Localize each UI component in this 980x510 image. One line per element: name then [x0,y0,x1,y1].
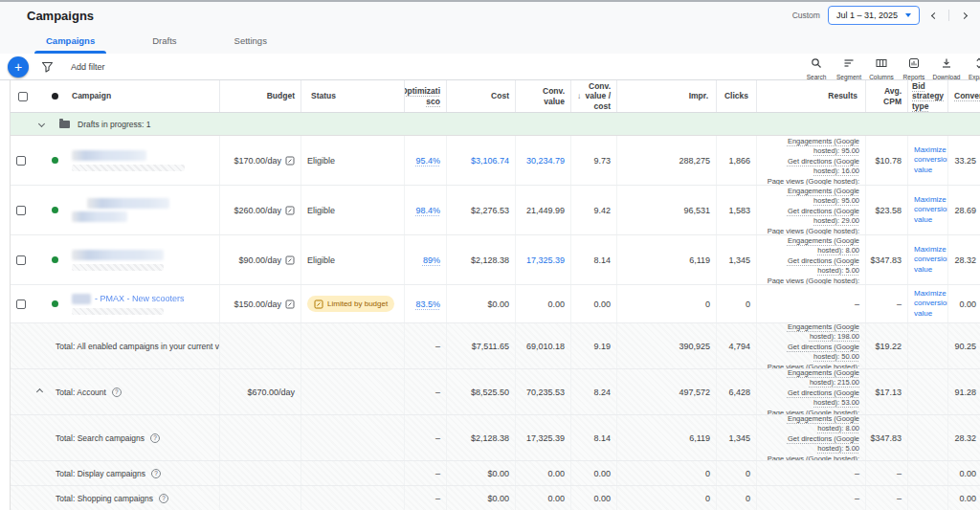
conv-value-per-cost-cell: 0.00 [570,461,616,485]
help-icon[interactable]: ? [159,494,168,503]
column-header-cv[interactable]: Conv. value [515,80,570,112]
help-icon[interactable]: ? [150,433,160,443]
column-header-status[interactable]: Status [301,80,404,112]
date-prev-button[interactable] [927,8,941,23]
edit-budget-icon[interactable] [285,255,295,265]
budget-value: $170.00/day [234,156,281,166]
result-line: Get directions (Google hosted): 29.00 [788,207,859,226]
add-filter-button[interactable]: Add filter [71,62,105,72]
redacted-campaign-name[interactable] [72,250,164,260]
tab-drafts[interactable]: Drafts [141,35,188,54]
column-header-cvc[interactable]: ↓Conv. value / cost [570,80,616,112]
campaign-name-link[interactable]: - PMAX - New scooters [95,294,185,303]
status-text: Eligible [307,255,335,265]
select-all-checkbox[interactable] [18,92,28,101]
cost-cell[interactable]: $3,106.74 [446,136,515,185]
result-line: Get directions (Google hosted): 5.00 [788,434,859,454]
segment-action-button[interactable]: Segment [833,55,865,80]
bid-strategy-link[interactable]: Maximize conversion value [914,195,947,225]
expand-action-button[interactable]: Expand [963,55,980,80]
campaign-name-cell[interactable] [66,186,219,234]
campaign-name-cell[interactable] [66,136,219,185]
column-header-cost[interactable]: Cost [446,80,515,112]
help-icon[interactable]: ? [112,388,122,397]
result-line: Engagements (Google hosted): 95.00 [788,137,859,156]
status-enabled-icon[interactable] [52,157,58,164]
result-line: Engagements (Google hosted): 8.00 [788,415,859,432]
row-checkbox[interactable] [16,255,26,265]
column-header-opt[interactable]: Optimizati sco [404,80,446,112]
column-header-dot[interactable] [43,80,66,112]
result-line: Engagements (Google hosted): 95.00 [788,187,859,206]
conversions-cell: 28.32 [947,235,980,284]
reports-action-button[interactable]: Reports [898,55,930,80]
column-header-bid[interactable]: Bid strategy type [907,80,947,112]
status-enabled-icon[interactable] [52,256,58,263]
budget-value: $260.00/day [234,206,281,215]
filter-icon[interactable] [41,61,54,73]
bid-strategy-link[interactable]: Maximize conversion value [914,289,947,319]
conversions-cell: 28.32 [947,415,980,460]
tab-settings[interactable]: Settings [223,35,278,54]
drafts-group-row[interactable]: Drafts in progress: 1 [11,113,980,136]
limited-by-budget-badge[interactable]: Limited by budget [307,296,394,312]
column-header-select[interactable] [11,80,43,112]
table-actions: SearchSegmentColumnsReportsDownloadExpan… [800,55,980,80]
column-header-clicks[interactable]: Clicks [716,80,756,112]
budget-cell [219,461,301,485]
columns-action-button[interactable]: Columns [865,55,898,80]
column-label: Conv. value / cost [583,81,611,112]
optimization-score-link[interactable]: 89% [423,255,440,265]
budget-cell: $170.00/day [219,136,301,185]
add-campaign-button[interactable]: + [8,56,29,78]
optimization-score-link[interactable]: 83.5% [415,299,440,309]
edit-budget-icon[interactable] [285,299,295,309]
clicks-cell: 4,794 [716,323,756,368]
chevron-down-icon[interactable] [38,121,45,127]
status-enabled-icon[interactable] [52,300,58,307]
bid-strategy-cell: Maximize conversion value [907,235,947,284]
bid-strategy-link[interactable]: Maximize conversion value [914,145,947,175]
redacted-campaign-name[interactable] [87,198,169,209]
redacted-campaign-name[interactable] [72,211,127,222]
status-enabled-icon[interactable] [52,207,58,213]
redacted-campaign-name[interactable] [72,150,146,161]
avg-cpm-cell: – [865,486,907,510]
column-label: Results [828,91,858,101]
column-header-conv[interactable]: Conver [947,80,980,112]
bid-strategy-cell [907,369,947,414]
column-header-results[interactable]: Results [756,80,865,112]
optimization-score-link[interactable]: 95.4% [415,156,440,166]
date-next-button[interactable] [957,8,970,23]
results-cell: – [756,285,865,322]
result-line: Get directions (Google hosted): 53.00 [788,388,859,408]
search-action-button[interactable]: Search [800,55,833,80]
optimization-score-link[interactable]: 98.4% [415,206,440,215]
conv-value-cell[interactable]: 17,325.39 [515,235,570,284]
column-header-impr[interactable]: Impr. [616,80,716,112]
download-action-button[interactable]: Download [930,55,963,80]
column-header-budget[interactable]: Budget [219,80,301,112]
conv-value-cell: 17,325.39 [515,415,570,460]
row-checkbox[interactable] [16,206,26,215]
bid-strategy-link[interactable]: Maximize conversion value [914,245,947,275]
chevron-up-icon[interactable] [36,388,43,395]
edit-budget-icon[interactable] [285,206,295,215]
campaign-name-cell[interactable] [66,235,219,284]
row-checkbox[interactable] [16,299,26,309]
column-header-cpm[interactable]: Avg. CPM [865,80,907,112]
app-header: Campaigns Custom Jul 1 – 31, 2025 [0,2,980,29]
column-header-name[interactable]: Campaign [66,80,219,112]
tab-campaigns[interactable]: Campaigns [34,35,106,54]
total-label: Total: Search campaigns [56,433,145,443]
campaign-name-cell[interactable]: - PMAX - New scooters [66,285,219,322]
results-cell: – [756,486,865,510]
row-checkbox[interactable] [16,156,26,166]
date-range-selector[interactable]: Jul 1 – 31, 2025 [828,6,920,25]
impressions-cell: 288,275 [616,136,716,185]
cost-cell: $2,128.38 [446,415,515,460]
conv-value-cell[interactable]: 30,234.79 [515,136,570,185]
cost-cell: $0.00 [446,486,515,510]
help-icon[interactable]: ? [151,469,161,478]
edit-budget-icon[interactable] [285,156,295,166]
